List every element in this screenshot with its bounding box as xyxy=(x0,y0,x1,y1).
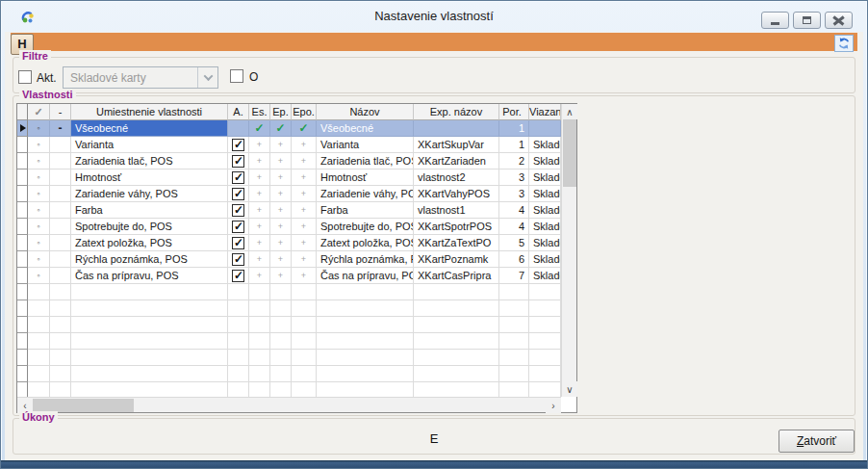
table-row[interactable]: ◦Rýchla poznámka, POS+++Rýchla poznámka,… xyxy=(17,251,561,268)
grid-cell-es: + xyxy=(249,186,270,202)
grid-header-chk[interactable]: ✓ xyxy=(28,104,50,120)
restore-button[interactable] xyxy=(793,12,821,29)
combobox-dropdown-button[interactable] xyxy=(197,67,217,88)
row-checkbox[interactable] xyxy=(232,171,244,184)
horizontal-scrollbar[interactable]: ‹ › xyxy=(17,397,561,412)
table-row-empty[interactable] xyxy=(17,317,561,333)
grid-cell-minus xyxy=(50,251,71,268)
grid-cell-a[interactable] xyxy=(228,333,249,350)
grid-cell-minus xyxy=(50,235,71,251)
card-type-combobox[interactable]: Skladové karty xyxy=(63,66,218,89)
table-row[interactable]: ◦Zariadenia tlač, POS+++Zariadenia tlač,… xyxy=(17,153,561,169)
grid-cell-a[interactable] xyxy=(228,169,249,186)
close-window-button[interactable] xyxy=(825,12,853,29)
plus-icon: + xyxy=(301,186,306,201)
grid-cell-a[interactable] xyxy=(228,120,249,137)
grid-cell-chk xyxy=(28,284,50,300)
scroll-up-arrow[interactable]: ∧ xyxy=(562,104,577,119)
table-row[interactable]: ◦Spotrebujte do, POS+++Spotrebujte do, P… xyxy=(17,219,561,235)
grid-cell-epo: + xyxy=(292,235,317,251)
properties-grid-body: ✓-Umiestnenie vlastnostiA.Es.Ep.Epo.Názo… xyxy=(17,104,561,397)
grid-cell-exp: XKartZariaden xyxy=(414,153,499,169)
grid-cell-a[interactable] xyxy=(228,251,249,268)
row-checkbox[interactable] xyxy=(232,270,244,282)
akt-checkbox[interactable] xyxy=(18,70,32,84)
grid-cell-a[interactable] xyxy=(228,268,249,284)
grid-cell-por: 2 xyxy=(499,153,529,169)
grid-cell-a[interactable] xyxy=(228,235,249,251)
table-row-empty[interactable] xyxy=(17,366,561,382)
minimize-button[interactable] xyxy=(761,12,789,29)
grid-cell-exp: vlastnost1 xyxy=(414,202,499,219)
row-checkbox[interactable] xyxy=(232,139,244,151)
close-dialog-button[interactable]: Zatvoriť xyxy=(779,430,855,453)
grid-header-ep[interactable]: Ep. xyxy=(270,104,292,120)
grid-cell-chk: ◦ xyxy=(28,219,50,235)
grid-cell-exp: vlastnost2 xyxy=(414,169,499,186)
properties-group-label: Vlastnosti xyxy=(19,89,76,100)
title-bar[interactable]: Nastavenie vlastností xyxy=(1,1,867,32)
grid-cell-a[interactable] xyxy=(228,186,249,202)
grid-header-por[interactable]: Por. xyxy=(499,104,529,120)
o-checkbox[interactable] xyxy=(230,69,243,83)
grid-cell-a[interactable] xyxy=(228,300,249,317)
row-checkbox[interactable] xyxy=(232,253,244,266)
row-checkbox[interactable] xyxy=(232,221,244,233)
plus-icon: + xyxy=(301,137,306,152)
row-checkbox[interactable] xyxy=(232,204,244,217)
table-row[interactable]: ◦Varianta+++VariantaXKartSkupVar1Skladov xyxy=(17,137,561,153)
scroll-right-arrow[interactable]: › xyxy=(546,398,561,413)
grid-cell-a[interactable] xyxy=(228,284,249,300)
grid-header-a[interactable]: A. xyxy=(228,104,249,120)
grid-header-exp[interactable]: Exp. názov xyxy=(414,104,499,120)
table-row-empty[interactable] xyxy=(17,382,561,397)
grid-cell-a[interactable] xyxy=(228,317,249,333)
grid-cell-place: Spotrebujte do, POS xyxy=(71,219,228,235)
grid-cell-es: + xyxy=(249,137,270,153)
horizontal-scroll-thumb[interactable] xyxy=(33,399,134,412)
table-row-empty[interactable] xyxy=(17,284,561,300)
grid-cell-a[interactable] xyxy=(228,350,249,366)
row-checkbox[interactable] xyxy=(232,237,244,249)
grid-cell-viaz xyxy=(529,333,561,350)
table-row[interactable]: ◦Farba+++Farbavlastnost14Skladov xyxy=(17,202,561,219)
grid-header-place[interactable]: Umiestnenie vlastnosti xyxy=(71,104,228,120)
grid-cell-place xyxy=(71,350,228,366)
row-checkbox[interactable] xyxy=(232,155,244,168)
grid-cell-place xyxy=(71,300,228,317)
grid-header-viaz[interactable]: Viazaná xyxy=(529,104,561,120)
plus-icon: + xyxy=(257,202,262,218)
plus-icon: + xyxy=(257,169,262,185)
grid-header-nazov[interactable]: Názov xyxy=(317,104,414,120)
row-checkbox[interactable] xyxy=(232,188,244,200)
vertical-scrollbar[interactable]: ∧ ∨ xyxy=(561,104,576,397)
scroll-down-arrow[interactable]: ∨ xyxy=(562,381,577,397)
table-row-empty[interactable] xyxy=(17,333,561,350)
table-row[interactable]: ◦Zatext položka, POS+++Zatext položka, P… xyxy=(17,235,561,251)
grid-header-es[interactable]: Es. xyxy=(249,104,270,120)
grid-cell-a[interactable] xyxy=(228,202,249,219)
grid-cell-a[interactable] xyxy=(228,137,249,153)
plus-icon: + xyxy=(301,153,306,169)
grid-cell-minus xyxy=(50,284,71,300)
table-row[interactable]: ◦Čas na prípravu, POS+++Čas na prípravu,… xyxy=(17,268,561,284)
client-area: H Filtre Akt. Skladové karty O Vlastnost… xyxy=(5,32,863,460)
grid-cell-a[interactable] xyxy=(228,219,249,235)
grid-cell-a[interactable] xyxy=(228,153,249,169)
grid-header-minus[interactable]: - xyxy=(50,104,71,120)
table-row[interactable]: ◦Hmotnosť+++Hmotnosťvlastnost23Skladov xyxy=(17,169,561,186)
vertical-scroll-thumb[interactable] xyxy=(563,119,576,187)
table-row[interactable]: ◦Zariadenie váhy, POS+++Zariadenie váhy,… xyxy=(17,186,561,202)
refresh-button[interactable] xyxy=(834,35,854,52)
grid-cell-nazov: Hmotnosť xyxy=(317,169,414,186)
grid-header-epo[interactable]: Epo. xyxy=(292,104,317,120)
grid-cell-a[interactable] xyxy=(228,366,249,382)
grid-cell-chk: ◦ xyxy=(28,137,50,153)
table-row-empty[interactable] xyxy=(17,300,561,317)
table-row[interactable]: ◦-Všeobecné✓✓✓Všeobecné1 xyxy=(17,120,561,137)
table-row-empty[interactable] xyxy=(17,350,561,366)
grid-cell-exp xyxy=(414,382,499,397)
grid-cell-a[interactable] xyxy=(228,382,249,397)
grid-header-ind[interactable] xyxy=(17,104,28,120)
collapse-icon[interactable]: - xyxy=(59,120,63,136)
